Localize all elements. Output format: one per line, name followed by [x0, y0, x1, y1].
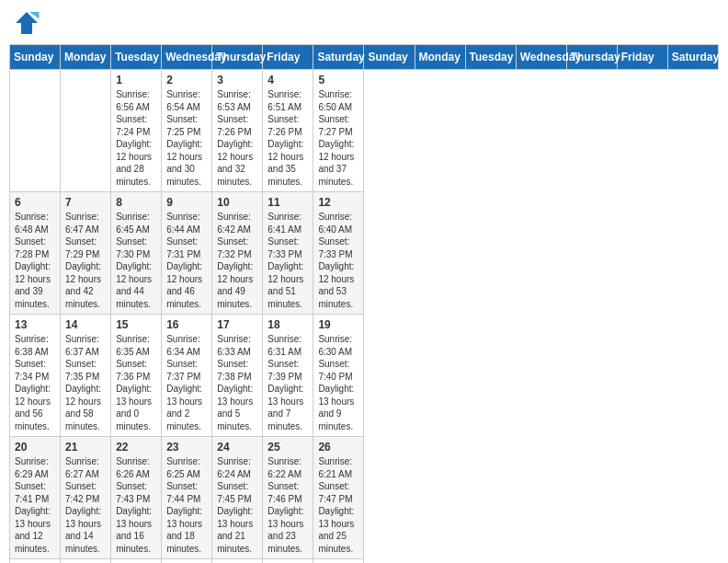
- day-number: 1: [116, 74, 156, 86]
- day-number: 16: [166, 318, 207, 331]
- day-info: Sunrise: 6:51 AM Sunset: 7:26 PM Dayligh…: [267, 88, 308, 188]
- day-info: Sunrise: 6:50 AM Sunset: 7:27 PM Dayligh…: [318, 88, 358, 188]
- week-row-2: 6Sunrise: 6:48 AM Sunset: 7:28 PM Daylig…: [10, 192, 719, 315]
- day-number: 8: [116, 196, 156, 209]
- calendar-cell: 14Sunrise: 6:37 AM Sunset: 7:35 PM Dayli…: [61, 315, 111, 437]
- day-header-monday: Monday: [61, 45, 111, 70]
- day-info: Sunrise: 6:34 AM Sunset: 7:37 PM Dayligh…: [166, 333, 207, 432]
- calendar-cell: 19Sunrise: 6:30 AM Sunset: 7:40 PM Dayli…: [313, 315, 364, 437]
- day-header-monday: Monday: [415, 45, 465, 70]
- day-number: 14: [65, 318, 106, 331]
- day-info: Sunrise: 6:54 AM Sunset: 7:25 PM Dayligh…: [166, 88, 207, 188]
- day-number: 10: [217, 196, 257, 209]
- day-number: 4: [267, 74, 308, 86]
- day-info: Sunrise: 6:21 AM Sunset: 7:47 PM Dayligh…: [318, 455, 358, 555]
- day-info: Sunrise: 6:47 AM Sunset: 7:29 PM Dayligh…: [65, 211, 106, 310]
- calendar-cell: [61, 70, 111, 192]
- day-header-friday: Friday: [617, 45, 667, 70]
- day-info: Sunrise: 6:56 AM Sunset: 7:24 PM Dayligh…: [116, 88, 156, 188]
- day-number: 17: [217, 318, 257, 331]
- calendar-cell: 2Sunrise: 6:54 AM Sunset: 7:25 PM Daylig…: [162, 70, 212, 192]
- day-header-wednesday: Wednesday: [162, 45, 212, 70]
- day-info: Sunrise: 6:41 AM Sunset: 7:33 PM Dayligh…: [267, 211, 308, 310]
- calendar-cell: 11Sunrise: 6:41 AM Sunset: 7:33 PM Dayli…: [263, 192, 313, 315]
- week-row-5: 27Sunrise: 6:20 AM Sunset: 7:48 PM Dayli…: [10, 559, 719, 564]
- week-row-4: 20Sunrise: 6:29 AM Sunset: 7:41 PM Dayli…: [10, 437, 719, 559]
- logo-icon: [13, 9, 40, 37]
- header-row: SundayMondayTuesdayWednesdayThursdayFrid…: [10, 45, 719, 70]
- calendar-cell: 23Sunrise: 6:25 AM Sunset: 7:44 PM Dayli…: [162, 437, 212, 559]
- day-number: 18: [267, 318, 308, 331]
- day-info: Sunrise: 6:48 AM Sunset: 7:28 PM Dayligh…: [15, 211, 55, 310]
- calendar-cell: 20Sunrise: 6:29 AM Sunset: 7:41 PM Dayli…: [10, 437, 61, 559]
- day-header-tuesday: Tuesday: [465, 45, 516, 70]
- day-header-tuesday: Tuesday: [111, 45, 162, 70]
- day-number: 3: [217, 74, 257, 86]
- day-info: Sunrise: 6:44 AM Sunset: 7:31 PM Dayligh…: [166, 211, 207, 310]
- calendar-cell: 9Sunrise: 6:44 AM Sunset: 7:31 PM Daylig…: [162, 192, 212, 315]
- day-number: 26: [318, 441, 358, 454]
- calendar-cell: 1Sunrise: 6:56 AM Sunset: 7:24 PM Daylig…: [111, 70, 162, 192]
- calendar-cell: 5Sunrise: 6:50 AM Sunset: 7:27 PM Daylig…: [313, 70, 364, 192]
- day-info: Sunrise: 6:42 AM Sunset: 7:32 PM Dayligh…: [217, 211, 257, 310]
- day-number: 20: [15, 441, 55, 454]
- day-header-thursday: Thursday: [566, 45, 617, 70]
- day-info: Sunrise: 6:29 AM Sunset: 7:41 PM Dayligh…: [15, 455, 55, 555]
- day-info: Sunrise: 6:24 AM Sunset: 7:45 PM Dayligh…: [217, 455, 257, 555]
- day-header-friday: Friday: [263, 45, 313, 70]
- day-number: 25: [267, 441, 308, 454]
- calendar-cell: 17Sunrise: 6:33 AM Sunset: 7:38 PM Dayli…: [212, 315, 263, 437]
- day-number: 6: [15, 196, 55, 209]
- calendar-cell: [313, 559, 364, 564]
- calendar-cell: 4Sunrise: 6:51 AM Sunset: 7:26 PM Daylig…: [263, 70, 313, 192]
- calendar-cell: 25Sunrise: 6:22 AM Sunset: 7:46 PM Dayli…: [263, 437, 313, 559]
- calendar-cell: 18Sunrise: 6:31 AM Sunset: 7:39 PM Dayli…: [263, 315, 313, 437]
- day-number: 13: [15, 318, 55, 331]
- day-header-thursday: Thursday: [212, 45, 263, 70]
- day-info: Sunrise: 6:53 AM Sunset: 7:26 PM Dayligh…: [217, 88, 257, 188]
- day-info: Sunrise: 6:30 AM Sunset: 7:40 PM Dayligh…: [318, 333, 358, 432]
- week-row-3: 13Sunrise: 6:38 AM Sunset: 7:34 PM Dayli…: [10, 315, 719, 437]
- day-header-sunday: Sunday: [10, 45, 61, 70]
- calendar-cell: 13Sunrise: 6:38 AM Sunset: 7:34 PM Dayli…: [10, 315, 61, 437]
- day-number: 11: [267, 196, 308, 209]
- logo: [13, 9, 44, 37]
- calendar-cell: 27Sunrise: 6:20 AM Sunset: 7:48 PM Dayli…: [10, 559, 61, 564]
- day-info: Sunrise: 6:31 AM Sunset: 7:39 PM Dayligh…: [267, 333, 308, 432]
- day-info: Sunrise: 6:45 AM Sunset: 7:30 PM Dayligh…: [116, 211, 156, 310]
- calendar-cell: 3Sunrise: 6:53 AM Sunset: 7:26 PM Daylig…: [212, 70, 263, 192]
- day-header-wednesday: Wednesday: [516, 45, 566, 70]
- calendar-cell: 21Sunrise: 6:27 AM Sunset: 7:42 PM Dayli…: [61, 437, 111, 559]
- calendar-cell: 28Sunrise: 6:19 AM Sunset: 7:49 PM Dayli…: [61, 559, 111, 564]
- day-info: Sunrise: 6:35 AM Sunset: 7:36 PM Dayligh…: [116, 333, 156, 432]
- calendar-cell: 29Sunrise: 6:18 AM Sunset: 7:50 PM Dayli…: [111, 559, 162, 564]
- calendar-cell: 15Sunrise: 6:35 AM Sunset: 7:36 PM Dayli…: [111, 315, 162, 437]
- day-header-saturday: Saturday: [667, 45, 718, 70]
- week-row-1: 1Sunrise: 6:56 AM Sunset: 7:24 PM Daylig…: [10, 70, 719, 192]
- day-number: 21: [65, 441, 106, 454]
- day-number: 9: [166, 196, 207, 209]
- day-number: 24: [217, 441, 257, 454]
- day-info: Sunrise: 6:26 AM Sunset: 7:43 PM Dayligh…: [116, 455, 156, 555]
- day-number: 12: [318, 196, 358, 209]
- day-header-saturday: Saturday: [313, 45, 364, 70]
- day-number: 2: [166, 74, 207, 86]
- calendar-cell: [263, 559, 313, 564]
- day-info: Sunrise: 6:38 AM Sunset: 7:34 PM Dayligh…: [15, 333, 55, 432]
- header: [9, 9, 719, 37]
- day-number: 22: [116, 441, 156, 454]
- calendar-cell: 24Sunrise: 6:24 AM Sunset: 7:45 PM Dayli…: [212, 437, 263, 559]
- day-info: Sunrise: 6:22 AM Sunset: 7:46 PM Dayligh…: [267, 455, 308, 555]
- day-number: 19: [318, 318, 358, 331]
- calendar-cell: 8Sunrise: 6:45 AM Sunset: 7:30 PM Daylig…: [111, 192, 162, 315]
- calendar-cell: 30Sunrise: 6:17 AM Sunset: 7:51 PM Dayli…: [162, 559, 212, 564]
- day-info: Sunrise: 6:33 AM Sunset: 7:38 PM Dayligh…: [217, 333, 257, 432]
- calendar-cell: [10, 70, 61, 192]
- day-info: Sunrise: 6:40 AM Sunset: 7:33 PM Dayligh…: [318, 211, 358, 310]
- calendar-table: SundayMondayTuesdayWednesdayThursdayFrid…: [9, 44, 719, 563]
- calendar-cell: 10Sunrise: 6:42 AM Sunset: 7:32 PM Dayli…: [212, 192, 263, 315]
- calendar-cell: 22Sunrise: 6:26 AM Sunset: 7:43 PM Dayli…: [111, 437, 162, 559]
- day-info: Sunrise: 6:37 AM Sunset: 7:35 PM Dayligh…: [65, 333, 106, 432]
- day-number: 15: [116, 318, 156, 331]
- calendar-cell: 16Sunrise: 6:34 AM Sunset: 7:37 PM Dayli…: [162, 315, 212, 437]
